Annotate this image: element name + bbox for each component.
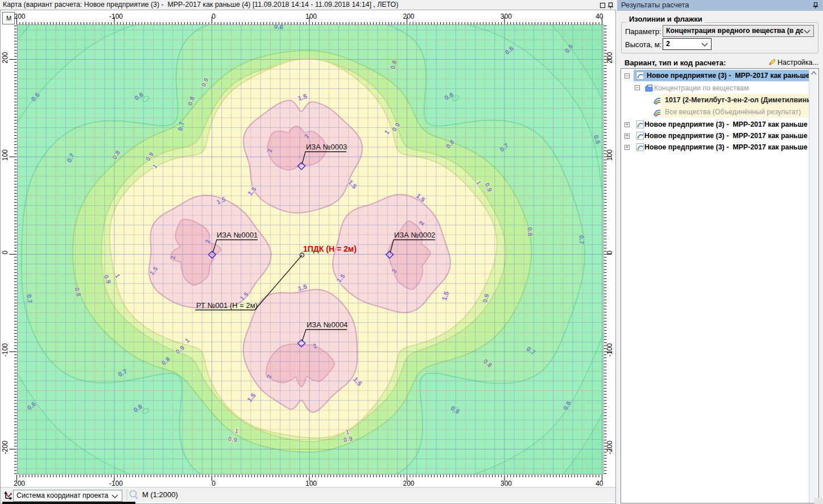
svg-text:0: 0 <box>212 480 216 488</box>
svg-text:100: 100 <box>606 149 614 161</box>
svg-text:100: 100 <box>305 13 317 20</box>
svg-text:0.8: 0.8 <box>526 227 533 236</box>
svg-text:-100: -100 <box>606 343 614 357</box>
svg-text:-100: -100 <box>109 480 123 488</box>
svg-text:ИЗА №0003: ИЗА №0003 <box>306 143 347 151</box>
svg-text:100: 100 <box>305 480 317 488</box>
svg-text:200: 200 <box>14 480 25 488</box>
svg-text:-100: -100 <box>109 13 123 20</box>
svg-text:0: 0 <box>212 13 216 20</box>
svg-text:-200: -200 <box>606 440 614 454</box>
svg-text:0: 0 <box>606 251 614 255</box>
svg-text:0.7: 0.7 <box>26 294 34 304</box>
svg-text:-100: -100 <box>1 343 9 357</box>
svg-text:40: 40 <box>595 13 603 20</box>
svg-text:300: 300 <box>501 13 512 20</box>
svg-text:300: 300 <box>501 480 512 488</box>
svg-text:0: 0 <box>1 251 9 255</box>
svg-text:РТ №001 (Н = 2м): РТ №001 (Н = 2м) <box>196 301 258 310</box>
svg-text:1ПДК (Н = 2м): 1ПДК (Н = 2м) <box>303 244 357 253</box>
svg-text:0.7: 0.7 <box>578 235 586 245</box>
svg-text:200: 200 <box>1 52 9 63</box>
svg-text:ИЗА №0004: ИЗА №0004 <box>307 320 348 329</box>
svg-text:ИЗА №0002: ИЗА №0002 <box>394 231 435 239</box>
svg-text:200: 200 <box>403 13 414 20</box>
svg-text:100: 100 <box>1 149 9 161</box>
svg-text:-200: -200 <box>1 440 9 454</box>
svg-text:М: М <box>6 15 11 22</box>
svg-text:200: 200 <box>606 52 614 63</box>
svg-text:ИЗА №0001: ИЗА №0001 <box>217 231 258 239</box>
svg-text:200: 200 <box>403 480 414 488</box>
svg-text:М (1:2000): М (1:2000) <box>142 490 178 499</box>
svg-text:40: 40 <box>595 480 603 488</box>
svg-text:2: 2 <box>169 255 177 259</box>
